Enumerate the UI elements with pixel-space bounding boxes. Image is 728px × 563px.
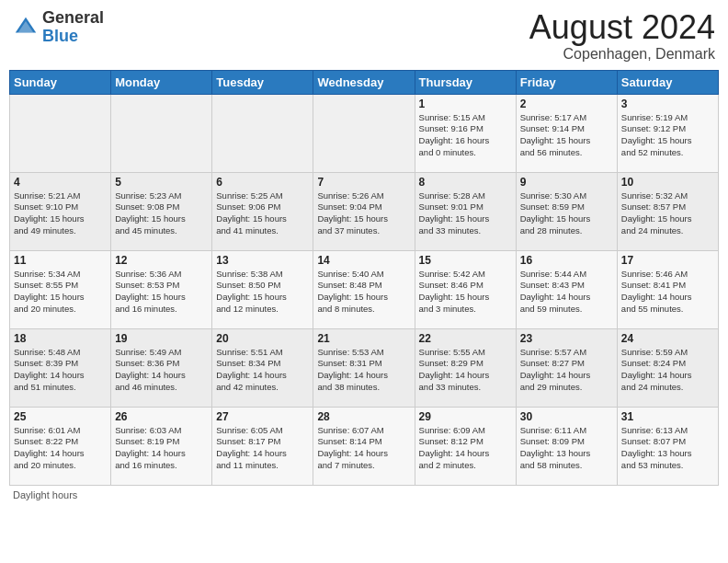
calendar-cell: 9Sunrise: 5:30 AM Sunset: 8:59 PM Daylig… [516, 172, 617, 250]
day-info: Sunrise: 5:17 AM Sunset: 9:14 PM Dayligh… [520, 112, 613, 159]
day-info: Sunrise: 5:19 AM Sunset: 9:12 PM Dayligh… [621, 112, 714, 159]
day-number: 23 [520, 332, 613, 345]
day-info: Sunrise: 6:11 AM Sunset: 8:09 PM Dayligh… [520, 425, 613, 472]
day-info: Sunrise: 5:30 AM Sunset: 8:59 PM Dayligh… [520, 190, 613, 237]
calendar-cell: 22Sunrise: 5:55 AM Sunset: 8:29 PM Dayli… [415, 328, 516, 407]
calendar-cell: 17Sunrise: 5:46 AM Sunset: 8:41 PM Dayli… [617, 250, 718, 328]
day-number: 9 [520, 176, 613, 189]
day-number: 29 [419, 410, 512, 423]
calendar-cell: 5Sunrise: 5:23 AM Sunset: 9:08 PM Daylig… [111, 172, 212, 250]
day-info: Sunrise: 5:25 AM Sunset: 9:06 PM Dayligh… [216, 190, 309, 237]
day-number: 30 [520, 410, 613, 423]
calendar-cell: 26Sunrise: 6:03 AM Sunset: 8:19 PM Dayli… [111, 407, 212, 485]
calendar-cell: 15Sunrise: 5:42 AM Sunset: 8:46 PM Dayli… [415, 250, 516, 328]
day-number: 28 [317, 410, 410, 423]
calendar-cell [10, 94, 111, 172]
day-info: Sunrise: 5:46 AM Sunset: 8:41 PM Dayligh… [621, 269, 714, 316]
col-header-tuesday: Tuesday [212, 70, 313, 94]
day-info: Sunrise: 6:07 AM Sunset: 8:14 PM Dayligh… [317, 425, 410, 472]
calendar-cell: 24Sunrise: 5:59 AM Sunset: 8:24 PM Dayli… [617, 328, 718, 407]
calendar-cell [212, 94, 313, 172]
day-info: Sunrise: 5:49 AM Sunset: 8:36 PM Dayligh… [115, 347, 208, 394]
calendar-cell: 2Sunrise: 5:17 AM Sunset: 9:14 PM Daylig… [516, 94, 617, 172]
calendar-cell: 12Sunrise: 5:36 AM Sunset: 8:53 PM Dayli… [111, 250, 212, 328]
day-number: 26 [115, 410, 208, 423]
day-number: 7 [317, 176, 410, 189]
calendar-cell: 19Sunrise: 5:49 AM Sunset: 8:36 PM Dayli… [111, 328, 212, 407]
calendar-cell: 4Sunrise: 5:21 AM Sunset: 9:10 PM Daylig… [10, 172, 111, 250]
day-number: 2 [520, 98, 613, 110]
calendar-week-3: 11Sunrise: 5:34 AM Sunset: 8:55 PM Dayli… [10, 250, 719, 328]
calendar-cell: 3Sunrise: 5:19 AM Sunset: 9:12 PM Daylig… [617, 94, 718, 172]
day-number: 6 [216, 176, 309, 189]
day-number: 12 [115, 254, 208, 267]
day-number: 25 [14, 410, 107, 423]
day-info: Sunrise: 5:28 AM Sunset: 9:01 PM Dayligh… [419, 190, 512, 237]
day-info: Sunrise: 5:44 AM Sunset: 8:43 PM Dayligh… [520, 269, 613, 316]
calendar-cell: 16Sunrise: 5:44 AM Sunset: 8:43 PM Dayli… [516, 250, 617, 328]
day-info: Sunrise: 6:03 AM Sunset: 8:19 PM Dayligh… [115, 425, 208, 472]
location: Copenhagen, Denmark [529, 46, 715, 63]
day-number: 3 [621, 98, 714, 110]
day-info: Sunrise: 5:53 AM Sunset: 8:31 PM Dayligh… [317, 347, 410, 394]
day-info: Sunrise: 5:59 AM Sunset: 8:24 PM Dayligh… [621, 347, 714, 394]
calendar-cell: 10Sunrise: 5:32 AM Sunset: 8:57 PM Dayli… [617, 172, 718, 250]
col-header-sunday: Sunday [10, 70, 111, 94]
page-header: General Blue August 2024 Copenhagen, Den… [9, 9, 719, 63]
col-header-monday: Monday [111, 70, 212, 94]
calendar-cell: 27Sunrise: 6:05 AM Sunset: 8:17 PM Dayli… [212, 407, 313, 485]
calendar-cell: 25Sunrise: 6:01 AM Sunset: 8:22 PM Dayli… [10, 407, 111, 485]
day-info: Sunrise: 5:55 AM Sunset: 8:29 PM Dayligh… [419, 347, 512, 394]
calendar-cell: 31Sunrise: 6:13 AM Sunset: 8:07 PM Dayli… [617, 407, 718, 485]
day-number: 20 [216, 332, 309, 345]
day-number: 8 [419, 176, 512, 189]
title-block: August 2024 Copenhagen, Denmark [529, 9, 715, 63]
day-number: 4 [14, 176, 107, 189]
day-info: Sunrise: 5:40 AM Sunset: 8:48 PM Dayligh… [317, 269, 410, 316]
day-number: 13 [216, 254, 309, 267]
calendar-cell: 18Sunrise: 5:48 AM Sunset: 8:39 PM Dayli… [10, 328, 111, 407]
calendar-cell: 7Sunrise: 5:26 AM Sunset: 9:04 PM Daylig… [313, 172, 415, 250]
day-info: Sunrise: 5:36 AM Sunset: 8:53 PM Dayligh… [115, 269, 208, 316]
col-header-friday: Friday [516, 70, 617, 94]
day-info: Sunrise: 5:21 AM Sunset: 9:10 PM Dayligh… [14, 190, 107, 237]
col-header-thursday: Thursday [415, 70, 516, 94]
logo-general: General [42, 9, 104, 28]
month-year: August 2024 [529, 9, 715, 46]
day-info: Sunrise: 5:23 AM Sunset: 9:08 PM Dayligh… [115, 190, 208, 237]
day-number: 24 [621, 332, 714, 345]
day-info: Sunrise: 5:42 AM Sunset: 8:46 PM Dayligh… [419, 269, 512, 316]
calendar-cell: 14Sunrise: 5:40 AM Sunset: 8:48 PM Dayli… [313, 250, 415, 328]
day-number: 16 [520, 254, 613, 267]
day-info: Sunrise: 5:38 AM Sunset: 8:50 PM Dayligh… [216, 269, 309, 316]
logo-blue: Blue [42, 28, 104, 46]
day-info: Sunrise: 5:51 AM Sunset: 8:34 PM Dayligh… [216, 347, 309, 394]
col-header-wednesday: Wednesday [313, 70, 415, 94]
calendar-cell [313, 94, 415, 172]
calendar-cell: 30Sunrise: 6:11 AM Sunset: 8:09 PM Dayli… [516, 407, 617, 485]
calendar-header-row: SundayMondayTuesdayWednesdayThursdayFrid… [10, 70, 719, 94]
day-number: 31 [621, 410, 714, 423]
day-info: Sunrise: 6:13 AM Sunset: 8:07 PM Dayligh… [621, 425, 714, 472]
calendar-week-2: 4Sunrise: 5:21 AM Sunset: 9:10 PM Daylig… [10, 172, 719, 250]
day-number: 1 [419, 98, 512, 110]
calendar-cell [111, 94, 212, 172]
day-number: 17 [621, 254, 714, 267]
calendar-cell: 21Sunrise: 5:53 AM Sunset: 8:31 PM Dayli… [313, 328, 415, 407]
calendar-week-1: 1Sunrise: 5:15 AM Sunset: 9:16 PM Daylig… [10, 94, 719, 172]
day-number: 11 [14, 254, 107, 267]
calendar-cell: 20Sunrise: 5:51 AM Sunset: 8:34 PM Dayli… [212, 328, 313, 407]
footer-note: Daylight hours [9, 489, 719, 500]
day-number: 22 [419, 332, 512, 345]
logo: General Blue [13, 9, 104, 46]
day-number: 5 [115, 176, 208, 189]
day-info: Sunrise: 5:34 AM Sunset: 8:55 PM Dayligh… [14, 269, 107, 316]
calendar-cell: 11Sunrise: 5:34 AM Sunset: 8:55 PM Dayli… [10, 250, 111, 328]
day-info: Sunrise: 5:15 AM Sunset: 9:16 PM Dayligh… [419, 112, 512, 159]
calendar-cell: 29Sunrise: 6:09 AM Sunset: 8:12 PM Dayli… [415, 407, 516, 485]
day-number: 21 [317, 332, 410, 345]
calendar-table: SundayMondayTuesdayWednesdayThursdayFrid… [9, 70, 719, 486]
calendar-cell: 1Sunrise: 5:15 AM Sunset: 9:16 PM Daylig… [415, 94, 516, 172]
col-header-saturday: Saturday [617, 70, 718, 94]
calendar-cell: 23Sunrise: 5:57 AM Sunset: 8:27 PM Dayli… [516, 328, 617, 407]
